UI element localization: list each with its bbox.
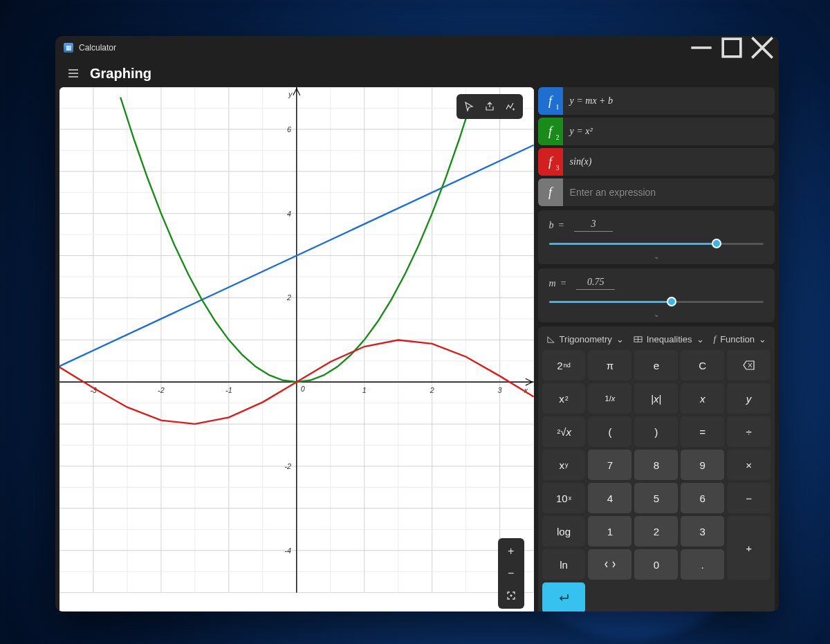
variable-value[interactable]: 3 bbox=[574, 219, 613, 232]
function-badge[interactable]: f2 bbox=[538, 118, 563, 145]
function-expression: sin(x) bbox=[563, 156, 592, 167]
function-row-1[interactable]: f1y = mx + b bbox=[538, 87, 775, 115]
key-x[interactable]: x bbox=[681, 383, 724, 414]
hamburger-button[interactable] bbox=[59, 59, 87, 87]
key-÷[interactable]: ÷ bbox=[727, 416, 771, 447]
zoom-out-button[interactable]: − bbox=[501, 563, 522, 584]
variable-slider[interactable] bbox=[549, 237, 764, 250]
key-x²[interactable]: x2 bbox=[542, 383, 586, 414]
tab-function[interactable]: f Function ⌄ bbox=[714, 333, 767, 344]
graph-options-button[interactable] bbox=[501, 97, 520, 116]
close-button[interactable] bbox=[747, 36, 777, 59]
variable-slider[interactable] bbox=[549, 295, 764, 308]
variable-name: m bbox=[549, 278, 556, 289]
key-+[interactable]: + bbox=[727, 516, 771, 580]
graph-options-icon bbox=[505, 101, 516, 112]
svg-text:-2: -2 bbox=[284, 462, 291, 470]
trace-button[interactable] bbox=[459, 97, 479, 116]
minimize-button[interactable] bbox=[686, 36, 717, 59]
function-row-new[interactable]: fEnter an expression bbox=[538, 178, 775, 206]
maximize-button[interactable] bbox=[717, 36, 747, 59]
svg-text:3: 3 bbox=[498, 386, 502, 394]
key-²√x[interactable]: 2√x bbox=[542, 416, 586, 447]
key-2[interactable]: 2 bbox=[634, 516, 678, 546]
variable-list: b=3 ⌄m=0.75 ⌄ bbox=[538, 210, 775, 322]
key-4[interactable]: 4 bbox=[588, 483, 631, 513]
key-2ⁿᵈ[interactable]: 2nd bbox=[542, 350, 586, 380]
tab-trigonometry[interactable]: Trigonometry ⌄ bbox=[546, 333, 624, 344]
function-row-3[interactable]: f3sin(x) bbox=[538, 148, 775, 176]
angle-icon bbox=[546, 335, 555, 344]
function-badge[interactable]: f3 bbox=[538, 148, 563, 176]
key-.[interactable]: . bbox=[681, 549, 724, 580]
key-([interactable]: ( bbox=[588, 416, 631, 447]
key-0[interactable]: 0 bbox=[634, 549, 678, 580]
function-list: f1y = mx + bf2y = x²f3sin(x)fEnter an ex… bbox=[538, 87, 775, 206]
zoom-in-button[interactable]: + bbox=[501, 541, 522, 562]
key-)[interactable]: ) bbox=[634, 416, 678, 447]
app-icon: ▦ bbox=[64, 43, 73, 53]
key-8[interactable]: 8 bbox=[634, 450, 678, 480]
hamburger-icon bbox=[68, 68, 79, 79]
key-e[interactable]: e bbox=[634, 350, 678, 380]
key-↔[interactable] bbox=[588, 549, 631, 580]
graph-canvas[interactable]: -3-2-1123-4-22460xy + − bbox=[59, 87, 534, 611]
chevron-down-icon[interactable]: ⌄ bbox=[549, 311, 764, 318]
calculator-window: ▦ Calculator Graphing -3-2-1123-4-22460x… bbox=[55, 36, 779, 611]
function-badge[interactable]: f1 bbox=[538, 87, 563, 115]
function-expression: y = mx + b bbox=[563, 95, 613, 107]
key-10ˣ[interactable]: 10x bbox=[542, 483, 586, 513]
chevron-down-icon: ⌄ bbox=[759, 334, 766, 344]
graph-pane: -3-2-1123-4-22460xy + − bbox=[59, 87, 534, 611]
svg-text:-2: -2 bbox=[158, 386, 165, 394]
chevron-down-icon[interactable]: ⌄ bbox=[549, 252, 764, 260]
svg-point-63 bbox=[510, 595, 512, 597]
chevron-down-icon: ⌄ bbox=[616, 334, 624, 344]
key-C[interactable]: C bbox=[681, 350, 724, 380]
key-y[interactable]: y bbox=[727, 383, 771, 414]
key-=[interactable]: = bbox=[681, 416, 724, 447]
key-7[interactable]: 7 bbox=[588, 450, 631, 480]
key-−[interactable]: − bbox=[727, 483, 771, 513]
key-ln[interactable]: ln bbox=[542, 549, 586, 580]
key-enter[interactable] bbox=[542, 582, 586, 611]
app-title: Calculator bbox=[79, 43, 116, 53]
tab-inequalities[interactable]: Inequalities ⌄ bbox=[634, 333, 704, 344]
key-π[interactable]: π bbox=[588, 350, 631, 380]
svg-text:-1: -1 bbox=[225, 386, 232, 394]
key-9[interactable]: 9 bbox=[681, 450, 724, 480]
key-1[interactable]: 1 bbox=[588, 516, 631, 546]
share-button[interactable] bbox=[480, 97, 499, 116]
key-|x|[interactable]: |x| bbox=[634, 383, 678, 414]
variable-value[interactable]: 0.75 bbox=[576, 277, 615, 290]
share-icon bbox=[484, 101, 495, 112]
key-5[interactable]: 5 bbox=[634, 483, 678, 513]
zoom-fit-button[interactable] bbox=[501, 585, 522, 606]
key-xʸ[interactable]: xy bbox=[542, 450, 586, 480]
function-badge-empty: f bbox=[538, 178, 563, 206]
keypad-grid: 2ndπeCx21/x|x|xy2√x()=÷xy789×10x456−log1… bbox=[542, 350, 771, 611]
function-icon: f bbox=[714, 333, 717, 344]
key-¹⁄ₓ[interactable]: 1/x bbox=[588, 383, 631, 414]
svg-text:y: y bbox=[288, 90, 293, 98]
key-log[interactable]: log bbox=[542, 516, 586, 546]
function-row-2[interactable]: f2y = x² bbox=[538, 118, 775, 145]
svg-text:0: 0 bbox=[301, 385, 305, 393]
key-6[interactable]: 6 bbox=[681, 483, 724, 513]
graph-toolbar bbox=[456, 94, 523, 119]
mode-title: Graphing bbox=[90, 66, 151, 82]
key-3[interactable]: 3 bbox=[681, 516, 724, 546]
titlebar[interactable]: ▦ Calculator bbox=[55, 36, 779, 59]
zoom-controls: + − bbox=[498, 538, 524, 609]
function-expression: y = x² bbox=[563, 126, 593, 137]
variable-card-b: b=3 ⌄ bbox=[538, 210, 775, 264]
key-×[interactable]: × bbox=[727, 450, 771, 480]
plot-svg: -3-2-1123-4-22460xy bbox=[59, 87, 534, 593]
variable-name: b bbox=[549, 220, 554, 231]
svg-text:4: 4 bbox=[287, 210, 291, 218]
key-⌫[interactable] bbox=[727, 350, 771, 380]
inequality-icon bbox=[634, 335, 643, 344]
fit-icon bbox=[506, 590, 517, 601]
cursor-icon bbox=[463, 101, 474, 112]
svg-text:6: 6 bbox=[287, 125, 291, 134]
